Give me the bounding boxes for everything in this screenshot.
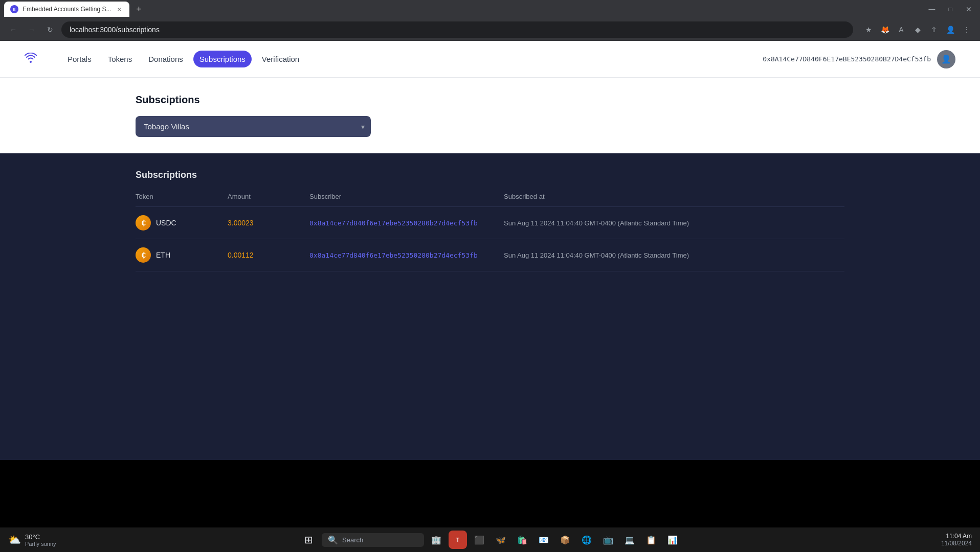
token-icon: ₵ xyxy=(136,247,151,263)
amount-cell: 3.00023 xyxy=(228,219,309,227)
refresh-button[interactable]: ↻ xyxy=(43,22,57,37)
app-header: PortalsTokensDonationsSubscriptionsVerif… xyxy=(0,41,980,78)
portal-select-wrapper: Tobago Villas ▾ xyxy=(136,116,371,137)
token-name: USDC xyxy=(156,219,176,227)
back-button[interactable]: ← xyxy=(6,22,20,37)
browser-address-bar: ← → ↻ ★ 🦊 A ◆ ⇧ 👤 ⋮ xyxy=(0,18,980,41)
header-right: 0x8A14Ce77D840F6E17eBE52350280B27D4eCf53… xyxy=(763,50,955,68)
portal-select[interactable]: Tobago Villas xyxy=(136,116,371,137)
taskbar-icon-1[interactable]: 🏢 xyxy=(427,531,446,549)
token-icon: ₵ xyxy=(136,215,151,231)
table-row: ₵ ETH 0.00112 0x8a14ce77d840f6e17ebe5235… xyxy=(136,239,844,271)
nav-item-verification[interactable]: Verification xyxy=(256,51,305,67)
taskbar-icon-10[interactable]: 💻 xyxy=(620,531,639,549)
col-header-subscriber: Subscriber xyxy=(309,193,504,200)
date-value: 11/08/2024 xyxy=(941,540,972,547)
app-nav: PortalsTokensDonationsSubscriptionsVerif… xyxy=(25,51,305,67)
svg-text:T: T xyxy=(456,537,459,543)
table-row: ₵ USDC 3.00023 0x8a14ce77d840f6e17ebe523… xyxy=(136,207,844,239)
bookmark-button[interactable]: ★ xyxy=(861,22,876,37)
time-value: 11:04 Am xyxy=(941,533,972,540)
subscriber-cell: 0x8a14ce77d840f6e17ebe52350280b27d4ecf53… xyxy=(309,251,504,259)
taskbar-icon-9[interactable]: 📺 xyxy=(599,531,617,549)
taskbar-icon-11[interactable]: 📋 xyxy=(642,531,660,549)
token-cell: ₵ USDC xyxy=(136,215,228,231)
search-icon: 🔍 xyxy=(328,535,338,545)
restore-button[interactable]: □ xyxy=(943,2,957,16)
windows-start-button[interactable]: ⊞ xyxy=(298,530,319,550)
extension-button-2[interactable]: A xyxy=(894,22,908,37)
wallet-address: 0x8A14Ce77D840F6E17eBE52350280B27D4eCf53… xyxy=(763,55,931,63)
new-tab-button[interactable]: + xyxy=(131,2,146,16)
token-name: ETH xyxy=(156,251,170,259)
taskbar-icon-2[interactable]: T xyxy=(449,531,467,549)
nav-item-tokens[interactable]: Tokens xyxy=(102,51,139,67)
windows-icon: ⊞ xyxy=(304,534,313,546)
page-title: Subsciptions xyxy=(136,94,844,106)
subscribed-at-cell: Sun Aug 11 2024 11:04:40 GMT-0400 (Atlan… xyxy=(504,219,844,227)
tab-title: Embedded Accounts Getting S... xyxy=(23,6,111,13)
weather-description: Partly sunny xyxy=(25,541,56,547)
col-header-amount: Amount xyxy=(228,193,309,200)
profile-button[interactable]: 👤 xyxy=(943,22,957,37)
window-close-button[interactable]: ✕ xyxy=(962,2,976,16)
nav-item-donations[interactable]: Donations xyxy=(142,51,189,67)
token-cell: ₵ ETH xyxy=(136,247,228,263)
extension-button-1[interactable]: 🦊 xyxy=(878,22,892,37)
table-header: Token Amount Subscriber Subscribed at xyxy=(136,193,844,207)
extension-button-3[interactable]: ◆ xyxy=(910,22,925,37)
forward-button[interactable]: → xyxy=(25,22,39,37)
tab-favicon: E xyxy=(10,5,18,13)
taskbar-icon-4[interactable]: 🦋 xyxy=(492,531,510,549)
weather-temp: 30°C xyxy=(25,533,56,541)
subscription-rows: ₵ USDC 3.00023 0x8a14ce77d840f6e17ebe523… xyxy=(136,207,844,271)
taskbar-icon-5[interactable]: 🛍️ xyxy=(513,531,531,549)
tab-close-button[interactable]: ✕ xyxy=(115,5,123,13)
user-avatar[interactable]: 👤 xyxy=(937,50,955,68)
taskbar-search-bar[interactable]: 🔍 Search xyxy=(322,533,424,547)
taskbar: ⛅ 30°C Partly sunny ⊞ 🔍 Search 🏢 T ⬛ 🦋 🛍… xyxy=(0,527,980,552)
browser-chrome: E Embedded Accounts Getting S... ✕ + ─ □… xyxy=(0,0,980,41)
taskbar-icon-3[interactable]: ⬛ xyxy=(470,531,488,549)
col-header-subscribed-at: Subscribed at xyxy=(504,193,844,200)
nav-item-portals[interactable]: Portals xyxy=(61,51,98,67)
amount-cell: 0.00112 xyxy=(228,251,309,259)
taskbar-icon-7[interactable]: 📦 xyxy=(556,531,574,549)
menu-button[interactable]: ⋮ xyxy=(960,22,974,37)
weather-icon: ⛅ xyxy=(8,534,21,546)
taskbar-search-text: Search xyxy=(342,536,363,544)
taskbar-icon-8[interactable]: 🌐 xyxy=(577,531,596,549)
extension-button-4[interactable]: ⇧ xyxy=(927,22,941,37)
nav-items: PortalsTokensDonationsSubscriptionsVerif… xyxy=(61,51,305,67)
weather-text: 30°C Partly sunny xyxy=(25,533,56,547)
taskbar-right: 11:04 Am 11/08/2024 xyxy=(941,533,972,547)
taskbar-icon-6[interactable]: 📧 xyxy=(534,531,553,549)
taskbar-center: ⊞ 🔍 Search 🏢 T ⬛ 🦋 🛍️ 📧 📦 🌐 📺 💻 📋 📊 xyxy=(298,530,682,550)
taskbar-weather: ⛅ 30°C Partly sunny xyxy=(8,533,56,547)
address-bar-input[interactable] xyxy=(61,21,853,38)
wifi-icon xyxy=(25,53,37,65)
taskbar-left: ⛅ 30°C Partly sunny xyxy=(8,533,56,547)
subscriptions-area: Subscriptions Token Amount Subscriber Su… xyxy=(0,153,980,460)
taskbar-icon-12[interactable]: 📊 xyxy=(663,531,682,549)
minimize-button[interactable]: ─ xyxy=(925,2,939,16)
subscriber-cell: 0x8a14ce77d840f6e17ebe52350280b27d4ecf53… xyxy=(309,219,504,227)
taskbar-time: 11:04 Am 11/08/2024 xyxy=(941,533,972,547)
browser-tab[interactable]: E Embedded Accounts Getting S... ✕ xyxy=(4,2,129,17)
subscribed-at-cell: Sun Aug 11 2024 11:04:40 GMT-0400 (Atlan… xyxy=(504,251,844,259)
col-header-token: Token xyxy=(136,193,228,200)
page-content: Subsciptions Tobago Villas ▾ xyxy=(0,78,980,153)
browser-title-bar: E Embedded Accounts Getting S... ✕ + ─ □… xyxy=(0,0,980,18)
subscriptions-section-title: Subscriptions xyxy=(136,170,844,180)
nav-item-subscriptions[interactable]: Subscriptions xyxy=(193,51,252,67)
